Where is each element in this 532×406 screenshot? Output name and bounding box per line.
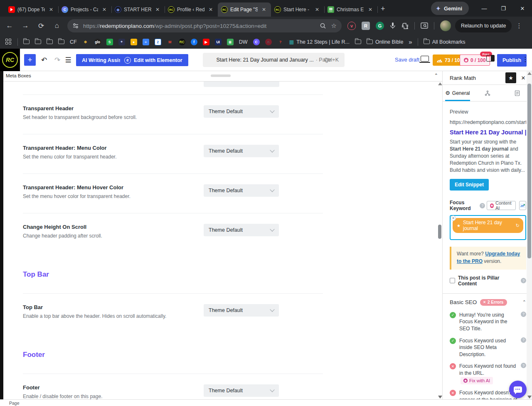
new-tab-button[interactable]: +: [381, 5, 385, 13]
bookmark-folder[interactable]: All Bookmarks: [424, 39, 466, 45]
close-window-button[interactable]: ✕: [513, 0, 532, 17]
bookmark-favicon-icon[interactable]: 2: [155, 39, 161, 45]
help-icon[interactable]: ?: [521, 337, 526, 343]
bookmark-item[interactable]: DW: [239, 39, 248, 45]
tab-close-icon[interactable]: ✕: [207, 6, 214, 13]
profile-avatar[interactable]: [440, 20, 451, 31]
content-ai-button[interactable]: ◉ Content AI: [487, 201, 516, 210]
pillar-content-checkbox[interactable]: [450, 278, 455, 283]
rakuten-extension-icon[interactable]: R: [362, 22, 370, 30]
bookmark-favicon-icon[interactable]: ≡: [143, 39, 149, 45]
browser-tab[interactable]: RCEdit Page "S✕: [218, 2, 271, 17]
redo-icon[interactable]: ↷: [52, 54, 63, 66]
restore-button[interactable]: ❐: [494, 0, 513, 17]
tab-close-icon[interactable]: ✕: [101, 6, 108, 13]
back-icon[interactable]: ←: [3, 20, 16, 32]
main-scrollbar[interactable]: [438, 82, 442, 399]
grammarly-extension-icon[interactable]: G: [376, 22, 384, 30]
panel-scrollbar[interactable]: [527, 71, 532, 399]
tab-advanced[interactable]: [473, 85, 502, 101]
scroll-down-arrow[interactable]: [527, 396, 532, 399]
bookmark-favicon-icon[interactable]: S: [106, 39, 113, 45]
bookmark-star-icon[interactable]: ☆: [331, 22, 337, 30]
tab-close-icon[interactable]: ✕: [260, 6, 268, 13]
bookmark-favicon-icon[interactable]: ●: [131, 39, 137, 45]
settings-panel-toggle-icon[interactable]: [486, 55, 495, 62]
bookmark-favicon-icon[interactable]: UI: [215, 39, 222, 45]
gemini-button[interactable]: ✦ Gemini: [431, 2, 469, 15]
basic-seo-header[interactable]: Basic SEO 2 Errors ⌃: [450, 299, 526, 306]
help-icon[interactable]: ?: [521, 312, 526, 317]
bookmark-folder-icon[interactable]: [23, 40, 30, 44]
edit-snippet-button[interactable]: Edit Snippet: [450, 179, 489, 191]
preview-device-icon[interactable]: [421, 56, 429, 62]
bookmark-favicon-icon[interactable]: glo: [94, 39, 101, 45]
bookmark-folder-icon[interactable]: [35, 40, 41, 44]
theme-default-select[interactable]: Theme Default: [204, 384, 279, 397]
extensions-puzzle-icon[interactable]: [401, 22, 409, 30]
theme-default-select[interactable]: Theme Default: [204, 145, 279, 157]
theme-default-select[interactable]: Theme Default: [204, 184, 279, 197]
browser-tab[interactable]: RCStart Here -✕: [271, 2, 324, 17]
bookmark-favicon-icon[interactable]: ∩: [265, 39, 272, 45]
block-inserter-button[interactable]: +: [24, 54, 36, 66]
scroll-up-arrow[interactable]: [527, 72, 532, 75]
site-settings-icon[interactable]: [72, 22, 79, 29]
theme-default-select[interactable]: Theme Default: [204, 224, 279, 236]
bookmark-item[interactable]: CF: [70, 39, 77, 45]
reload-icon[interactable]: ⟳: [35, 20, 47, 32]
bookmark-folder[interactable]: Online Bible: [367, 39, 403, 45]
scroll-up-arrow[interactable]: [438, 82, 442, 85]
chevron-up-icon[interactable]: ⌃: [522, 300, 526, 305]
focus-keyword-input[interactable]: ✕ ★ Start Here 21 day journal ↻: [450, 215, 526, 240]
help-icon[interactable]: ?: [521, 363, 526, 368]
bookmark-item[interactable]: ▦The 12 Steps | Life R...: [289, 39, 350, 45]
tab-close-icon[interactable]: ✕: [313, 6, 321, 13]
mic-icon[interactable]: [390, 22, 396, 30]
save-draft-button[interactable]: Save draft: [395, 57, 419, 63]
editor-options-menu-icon[interactable]: ⋮: [522, 55, 529, 63]
pin-star-button[interactable]: ★: [505, 72, 516, 83]
metabox-resize-handle[interactable]: [211, 74, 231, 77]
keyword-tag[interactable]: ✕ ★ Start Here 21 day journal ↻: [453, 218, 523, 233]
keyword-refresh-icon[interactable]: ↻: [516, 223, 520, 228]
help-icon[interactable]: ?: [521, 278, 526, 283]
metabox-collapse-icon[interactable]: ⌃: [434, 73, 438, 78]
edit-with-elementor-button[interactable]: e Edit with Elementor: [120, 54, 188, 66]
scrollbar-thumb[interactable]: [438, 225, 441, 239]
apps-grid-icon[interactable]: [5, 39, 12, 45]
chat-widget-button[interactable]: •••: [509, 381, 527, 398]
tab-close-icon[interactable]: ✕: [154, 6, 161, 13]
browser-tab[interactable]: Christmas E✕: [324, 2, 377, 17]
bookmark-folder-icon[interactable]: [355, 40, 361, 44]
tab-close-icon[interactable]: ✕: [367, 6, 374, 13]
address-bar[interactable]: https://redemptionplano.com/wp-admin/pos…: [67, 19, 342, 32]
remove-keyword-icon[interactable]: ✕: [451, 215, 456, 221]
browser-tab[interactable]: (67) Dope Te✕: [5, 2, 58, 17]
tab-general[interactable]: ⚙ General: [443, 85, 473, 101]
site-logo[interactable]: RC: [0, 49, 20, 71]
list-view-icon[interactable]: ☰: [62, 54, 74, 66]
url-text[interactable]: https://redemptionplano.com/wp-admin/pos…: [83, 23, 315, 29]
undo-icon[interactable]: ↶: [38, 54, 50, 66]
side-search-icon[interactable]: [421, 22, 428, 29]
bookmark-favicon-icon[interactable]: f: [191, 39, 197, 45]
pocket-extension-icon[interactable]: v: [347, 22, 356, 30]
bookmark-favicon-icon[interactable]: ?: [277, 39, 284, 45]
bookmark-favicon-icon[interactable]: ≣: [227, 39, 234, 45]
lens-search-icon[interactable]: [320, 22, 326, 29]
theme-default-select[interactable]: Theme Default: [204, 105, 279, 118]
chrome-menu-icon[interactable]: ⋮: [512, 22, 526, 30]
theme-default-select[interactable]: Theme Default: [204, 304, 279, 317]
scroll-down-arrow[interactable]: [438, 396, 442, 399]
help-icon[interactable]: ?: [480, 203, 485, 208]
bookmark-favicon-icon[interactable]: RC: [179, 39, 185, 45]
bookmark-favicon-icon[interactable]: M: [167, 39, 173, 45]
bookmark-favicon-icon[interactable]: ✻: [82, 39, 89, 45]
document-title-bar[interactable]: Start Here: 21 Day Journal and January .…: [203, 53, 345, 67]
home-icon[interactable]: ⌂: [51, 20, 63, 32]
preview-title-link[interactable]: Start Here 21 Day Journal | ...: [450, 129, 526, 136]
bookmarks-overflow-icon[interactable]: »: [409, 38, 412, 45]
bookmark-folder-icon[interactable]: [58, 40, 64, 44]
fix-with-ai-button[interactable]: ◉Fix with AI: [461, 377, 493, 384]
